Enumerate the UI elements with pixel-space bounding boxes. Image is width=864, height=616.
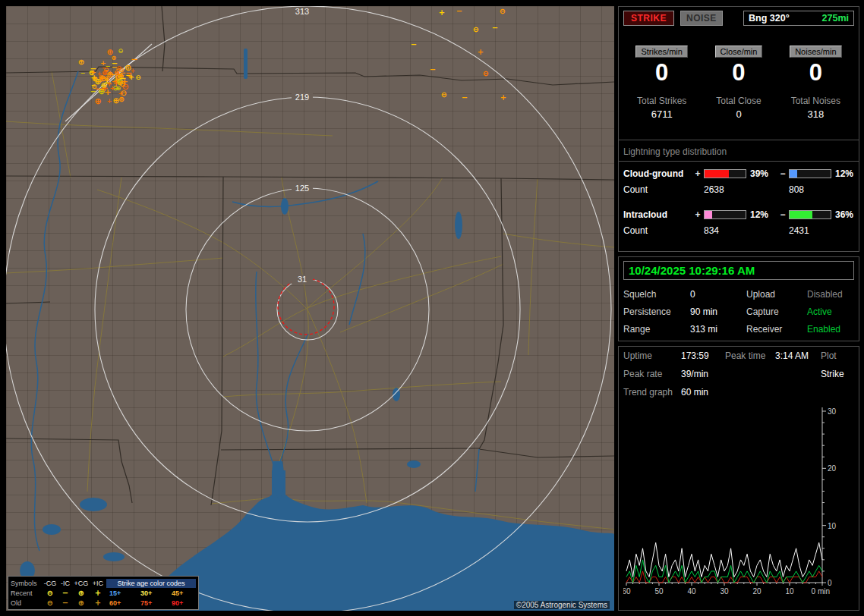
- bearing-distance: 275mi: [822, 13, 849, 24]
- gauge: [789, 169, 831, 178]
- status-value: 0: [690, 289, 746, 300]
- svg-text:⊖: ⊖: [483, 69, 489, 77]
- total-label-1: Total Close: [700, 96, 777, 106]
- svg-text:125: 125: [295, 184, 309, 193]
- svg-text:−: −: [95, 77, 102, 86]
- legend-row: Recent⊖−⊕+15+30+45+: [11, 588, 196, 598]
- strike-indicator-button[interactable]: STRIKE: [623, 11, 674, 26]
- strike-symbol-icon: −: [58, 589, 73, 597]
- count-row: Count2638808: [623, 184, 854, 195]
- svg-text:+: +: [104, 87, 111, 97]
- legend-header-row: Symbols -CG -IC +CG +IC Strike age color…: [11, 578, 196, 588]
- svg-text:⊖: ⊖: [135, 74, 140, 81]
- datetime-display: 10/24/2025 10:29:16 AM: [623, 261, 854, 280]
- map-legend: Symbols -CG -IC +CG +IC Strike age color…: [8, 576, 199, 610]
- svg-text:⊖: ⊖: [473, 25, 479, 33]
- legend-symbols-header: Symbols: [11, 580, 43, 587]
- legend-col-neg-ic: -IC: [58, 580, 73, 587]
- svg-text:10: 10: [828, 522, 837, 530]
- strike-symbol-icon: +: [90, 599, 106, 607]
- status-value: Disabled: [807, 289, 854, 300]
- svg-text:20: 20: [752, 587, 762, 596]
- svg-text:−: −: [80, 70, 86, 77]
- noise-indicator-button[interactable]: NOISE: [680, 11, 723, 26]
- svg-text:20: 20: [828, 464, 837, 473]
- svg-text:−: −: [411, 40, 417, 49]
- uptime-value: 173:59: [681, 350, 725, 361]
- control-panel: STRIKE NOISE Bng 320° 275mi Strikes/minC…: [618, 6, 859, 611]
- strike-symbol-icon: ⊕: [73, 599, 90, 607]
- legend-row-label: Recent: [11, 589, 43, 597]
- svg-text:0: 0: [828, 579, 832, 587]
- bearing-readout: Bng 320° 275mi: [743, 11, 854, 26]
- age-code: 30+: [140, 589, 162, 597]
- distribution-title: Lightning type distribution: [619, 146, 859, 162]
- svg-text:⊕: ⊕: [113, 96, 120, 105]
- trend-graph-label: Trend graph: [623, 387, 681, 398]
- strike-symbol-icon: −: [58, 599, 73, 607]
- svg-text:50: 50: [654, 587, 664, 596]
- peak-time-label: Peak time: [725, 350, 775, 361]
- plus-sign: +: [693, 168, 702, 179]
- gauge: [704, 169, 746, 178]
- legend-row: Old⊖−⊕+60+75+90+: [11, 598, 196, 608]
- count-label: Count: [623, 184, 692, 195]
- status-grid: Squelch0UploadDisabledPersistence90 minC…: [623, 289, 854, 335]
- rate-value-1: 0: [700, 59, 777, 86]
- rate-button-2[interactable]: Noises/min: [790, 46, 841, 58]
- rates-section: STRIKE NOISE Bng 320° 275mi Strikes/minC…: [618, 6, 859, 252]
- age-code: 15+: [109, 589, 131, 597]
- strike-map[interactable]: +⊕⊕−⊖⊕−++⊕+−−⊕⊖+⊖+⊖⊕+⊖⊖⊖⊕+⊖−−−⊕⊕−⊖++⊕+⊕⊕…: [6, 6, 614, 611]
- svg-text:313: 313: [295, 7, 309, 16]
- status-label: Squelch: [623, 289, 690, 300]
- status-value: Active: [807, 306, 854, 317]
- gauge: [704, 210, 746, 219]
- svg-text:0 min: 0 min: [812, 587, 830, 596]
- svg-text:+: +: [106, 97, 112, 105]
- section-divider: [619, 140, 859, 140]
- svg-text:30: 30: [828, 407, 837, 416]
- age-code: 45+: [172, 589, 193, 597]
- svg-text:⊖: ⊖: [441, 90, 447, 99]
- status-label: Upload: [746, 289, 807, 300]
- legend-col-neg-cg: -CG: [43, 580, 58, 587]
- svg-text:⊖: ⊖: [500, 7, 506, 15]
- rate-value-0: 0: [623, 59, 700, 86]
- plot-label: Plot: [821, 350, 854, 361]
- svg-text:+: +: [478, 48, 484, 56]
- legend-age-header: Strike age color codes: [106, 579, 196, 588]
- age-codes: 15+30+45+: [106, 589, 196, 597]
- strike-symbol-icon: ⊕: [73, 589, 90, 597]
- rate-value-2: 0: [777, 59, 854, 86]
- status-section: 10/24/2025 10:29:16 AM Squelch0UploadDis…: [618, 256, 859, 341]
- legend-rows: Recent⊖−⊕+15+30+45+Old⊖−⊕+60+75+90+: [11, 588, 196, 608]
- total-value-1: 0: [700, 108, 777, 120]
- rate-button-0[interactable]: Strikes/min: [635, 46, 687, 58]
- svg-text:−: −: [90, 87, 96, 96]
- svg-text:+: +: [90, 68, 96, 76]
- rate-button-1[interactable]: Close/min: [715, 46, 763, 58]
- svg-text:⊖: ⊖: [121, 88, 128, 97]
- total-value-2: 318: [777, 108, 854, 120]
- status-label: Persistence: [623, 306, 690, 317]
- strike-symbol-icon: ⊖: [43, 599, 58, 607]
- minus-sign: −: [778, 168, 787, 179]
- svg-text:+: +: [118, 71, 125, 79]
- strike-symbol-icon: ⊖: [43, 589, 58, 597]
- count-row: Count8342431: [623, 225, 854, 236]
- status-value: 313 mi: [690, 324, 746, 335]
- age-codes: 60+75+90+: [106, 599, 196, 607]
- trend-section: Uptime 173:59 Peak time 3:14 AM Plot Pea…: [618, 346, 859, 611]
- svg-text:−: −: [430, 65, 436, 74]
- status-label: Capture: [746, 306, 807, 317]
- svg-text:⊕: ⊕: [107, 47, 114, 57]
- svg-text:10: 10: [785, 587, 794, 596]
- age-code: 90+: [172, 599, 193, 607]
- dist-neg-count: 2431: [789, 225, 859, 236]
- trend-graph: 01020300 min102030405060: [623, 404, 854, 602]
- map-canvas: +⊕⊕−⊖⊕−++⊕+−−⊕⊖+⊖+⊖⊕+⊖⊖⊖⊕+⊖−−−⊕⊕−⊖++⊕+⊕⊕…: [6, 6, 614, 611]
- svg-text:⊖: ⊖: [118, 47, 123, 55]
- svg-text:−: −: [105, 62, 110, 70]
- copyright-text: ©2005 Astrogenic Systems: [514, 601, 610, 609]
- rates-grid: Strikes/minClose/minNoises/min000Total S…: [623, 46, 854, 120]
